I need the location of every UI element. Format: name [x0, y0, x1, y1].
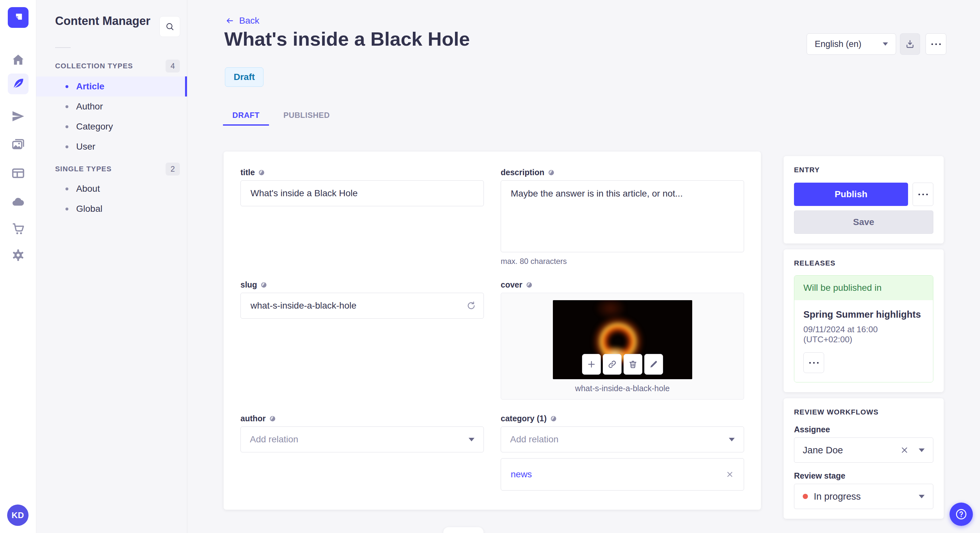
- relation-item-news: news: [501, 458, 744, 490]
- sidebar-item-user[interactable]: User: [36, 136, 187, 157]
- search-icon: [165, 22, 175, 32]
- save-button[interactable]: Save: [794, 211, 933, 234]
- sidebar-item-author[interactable]: Author: [36, 97, 187, 117]
- search-button[interactable]: [159, 16, 180, 37]
- author-relation-select[interactable]: Add relation: [240, 427, 484, 452]
- release-title: Spring Summer highlights: [803, 309, 924, 320]
- field-label: title: [240, 168, 255, 177]
- review-stage-select[interactable]: In progress: [794, 484, 933, 509]
- content-manager-subnav: Content Manager COLLECTION TYPES 4 Artic…: [36, 0, 187, 533]
- next-section-edge: [443, 527, 484, 533]
- releases-panel: RELEASES Will be published in Spring Sum…: [784, 249, 944, 392]
- tab-draft[interactable]: DRAFT: [223, 106, 269, 125]
- sidebar-item-article[interactable]: Article: [36, 76, 187, 97]
- title-input[interactable]: [240, 180, 484, 206]
- select-placeholder: Add relation: [510, 434, 558, 444]
- release-more-button[interactable]: [803, 352, 824, 373]
- field-title: title: [240, 168, 484, 266]
- chevron-down-icon: [469, 438, 474, 441]
- entry-more-button[interactable]: [913, 182, 933, 206]
- home-icon[interactable]: [8, 49, 29, 70]
- sidebar-item-label: User: [76, 141, 95, 152]
- i18n-globe-icon: [260, 281, 267, 289]
- i18n-globe-icon: [269, 415, 276, 422]
- cover-asset-box: what-s-inside-a-black-hole: [501, 293, 744, 400]
- clear-assignee-icon[interactable]: [900, 446, 909, 455]
- paper-plane-icon[interactable]: [8, 106, 29, 127]
- field-label: slug: [240, 280, 257, 289]
- field-description: description Maybe the answer is in this …: [501, 168, 744, 266]
- section-count-badge: 4: [165, 60, 180, 73]
- releases-heading: RELEASES: [794, 259, 933, 268]
- field-category: category (1) Add relation news: [501, 414, 744, 490]
- i18n-globe-icon: [550, 415, 557, 422]
- version-tabs: DRAFT PUBLISHED: [223, 106, 336, 125]
- more-options-button[interactable]: [926, 33, 946, 55]
- chevron-down-icon: [919, 449, 924, 452]
- cloud-icon[interactable]: [8, 192, 29, 213]
- select-placeholder: Add relation: [250, 434, 298, 444]
- release-card: Will be published in Spring Summer highl…: [794, 275, 933, 382]
- assignee-value: Jane Doe: [803, 445, 900, 455]
- sidebar-item-label: Category: [76, 121, 113, 132]
- sidebar-item-label: About: [76, 184, 100, 194]
- gear-icon[interactable]: [8, 245, 29, 265]
- i18n-globe-icon: [526, 281, 533, 289]
- delete-asset-button[interactable]: [624, 354, 642, 374]
- sidebar-item-about[interactable]: About: [36, 179, 187, 199]
- remove-relation-icon[interactable]: [725, 470, 734, 479]
- locale-select[interactable]: English (en): [807, 33, 896, 55]
- collection-types-header: COLLECTION TYPES 4: [55, 59, 180, 73]
- sidebar-item-label: Global: [76, 204, 102, 214]
- tab-published[interactable]: PUBLISHED: [277, 106, 336, 125]
- sidebar-item-label: Author: [76, 102, 103, 112]
- bullet-icon: [65, 145, 68, 148]
- plus-icon: [587, 359, 596, 369]
- ellipsis-icon: [931, 43, 941, 45]
- layout-icon[interactable]: [8, 163, 29, 184]
- bullet-icon: [65, 85, 68, 88]
- edit-asset-button[interactable]: [644, 354, 663, 374]
- nav-rail: KD: [0, 0, 36, 533]
- question-mark-icon: [955, 508, 967, 520]
- sidebar-item-global[interactable]: Global: [36, 199, 187, 219]
- chevron-down-icon: [729, 438, 735, 441]
- field-label: cover: [501, 280, 522, 289]
- cover-image-black-hole: [553, 300, 692, 379]
- download-button[interactable]: [900, 33, 920, 55]
- user-avatar[interactable]: KD: [7, 504, 29, 526]
- download-icon: [905, 39, 915, 49]
- entry-heading: ENTRY: [794, 166, 933, 174]
- sidebar-item-label: Article: [76, 81, 104, 92]
- section-count-badge: 2: [165, 163, 180, 176]
- bullet-icon: [65, 105, 68, 108]
- cart-icon[interactable]: [8, 218, 29, 239]
- back-link[interactable]: Back: [225, 16, 259, 26]
- description-textarea[interactable]: Maybe the answer is in this article, or …: [501, 180, 744, 252]
- strapi-logo[interactable]: [8, 7, 29, 28]
- publish-button[interactable]: Publish: [794, 182, 908, 206]
- regenerate-slug-icon[interactable]: [466, 301, 476, 311]
- status-badge: Draft: [225, 67, 264, 87]
- relation-link[interactable]: news: [511, 469, 532, 479]
- media-library-icon[interactable]: [8, 134, 29, 155]
- help-button[interactable]: [950, 503, 973, 526]
- release-status: Will be published in: [794, 276, 933, 300]
- divider: [55, 47, 71, 48]
- bullet-icon: [65, 187, 68, 190]
- page-title: What's inside a Black Hole: [224, 28, 470, 50]
- chevron-down-icon: [919, 495, 924, 498]
- assignee-select[interactable]: Jane Doe: [794, 438, 933, 463]
- section-label: SINGLE TYPES: [55, 165, 112, 173]
- field-label: category (1): [501, 414, 547, 423]
- category-relation-select[interactable]: Add relation: [501, 427, 744, 452]
- feather-icon[interactable]: [8, 73, 29, 94]
- release-date: 09/11/2024 at 16:00 (UTC+02:00): [803, 324, 924, 344]
- copy-link-button[interactable]: [603, 354, 622, 374]
- single-types-list: About Global: [36, 179, 187, 219]
- slug-input[interactable]: [240, 293, 484, 319]
- add-asset-button[interactable]: [582, 354, 601, 374]
- pencil-icon: [649, 359, 659, 369]
- link-icon: [607, 359, 617, 369]
- sidebar-item-category[interactable]: Category: [36, 117, 187, 136]
